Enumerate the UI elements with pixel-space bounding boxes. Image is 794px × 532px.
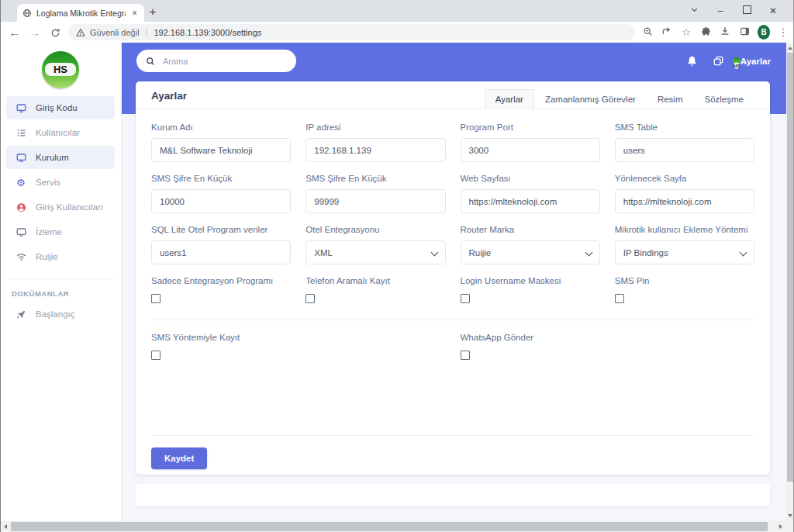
- sms-ifre-en-k-k-input[interactable]: [306, 189, 445, 213]
- kurum-ad-input[interactable]: [151, 138, 291, 162]
- form-group-sms-y-ntemiyle-kay-t: SMS Yöntemiyle Kayıt: [151, 333, 291, 363]
- windows-stack-icon[interactable]: [713, 55, 724, 67]
- tab-ayarlar[interactable]: Ayarlar: [485, 89, 534, 109]
- tab-s-zle-me[interactable]: Sözleşme: [694, 89, 755, 109]
- program-port-input[interactable]: [461, 138, 600, 162]
- whatsapp-g-nder-checkbox[interactable]: [461, 351, 470, 360]
- sadece-entegrasyon-program-checkbox[interactable]: [151, 294, 161, 303]
- y-nlenecek-sayfa-input[interactable]: [615, 189, 754, 213]
- sidebar-item-ba-lang[interactable]: Başlangıç: [6, 302, 115, 326]
- side-panel-icon[interactable]: [738, 26, 751, 40]
- tab-zamanlanm-g-revler[interactable]: Zamanlanmış Görevler: [534, 89, 647, 109]
- scroll-down-arrow[interactable]: [788, 514, 792, 517]
- field-label: SMS Table: [615, 123, 754, 132]
- selected-value: Ruijie: [469, 248, 492, 257]
- window-restore-down-icon[interactable]: [681, 0, 707, 22]
- horizontal-scroll-thumb[interactable]: [11, 522, 768, 531]
- field-label: Sadece Entegrasyon Programı: [151, 276, 291, 285]
- zoom-icon[interactable]: [641, 26, 654, 40]
- field-label: SMS Şifre En Küçük: [151, 174, 291, 183]
- sidebar-divider: [8, 278, 113, 279]
- web-sayfas-input[interactable]: [461, 189, 600, 213]
- form-divider: [151, 320, 754, 320]
- otel-entegrasyonu-select[interactable]: XML: [306, 240, 445, 264]
- sidebar-item-servis[interactable]: ⚙Servis: [6, 171, 115, 194]
- form-group-ip-adresi: IP adresi: [306, 123, 445, 162]
- sidebar-item-label: İzleme: [36, 227, 62, 237]
- bookmark-star-icon[interactable]: ☆: [680, 26, 692, 38]
- tab-close-icon[interactable]: ×: [130, 8, 139, 19]
- sms-ifre-en-k-k-input[interactable]: [151, 189, 291, 213]
- forward-button[interactable]: →: [25, 26, 45, 39]
- settings-card: Ayarlar AyarlarZamanlanmış GörevlerResim…: [136, 81, 770, 475]
- form-group-whatsapp-g-nder: WhatsApp Gönder: [461, 333, 600, 363]
- share-icon[interactable]: [661, 26, 673, 40]
- sidebar-item-giri-kodu[interactable]: Giriş Kodu: [6, 96, 115, 119]
- ip-adresi-input[interactable]: [306, 138, 445, 162]
- tab-title: Loglama Mikrotik Entegrasyon Gi: [36, 9, 126, 18]
- form-group-web-sayfas: Web Sayfası: [461, 174, 600, 213]
- main-area: HS Ayarlar Ayarlar AyarlarZamanlanmış Gö…: [121, 43, 786, 521]
- selected-value: XML: [314, 248, 333, 257]
- user-menu[interactable]: HS Ayarlar: [739, 57, 771, 66]
- search-input[interactable]: [161, 56, 257, 67]
- horizontal-scrollbar[interactable]: [0, 521, 786, 532]
- save-button[interactable]: Kaydet: [151, 447, 207, 469]
- sidebar-item-label: Giriş Kodu: [36, 103, 78, 112]
- vertical-scroll-thumb[interactable]: [787, 53, 793, 482]
- url-text: 192.168.1.139:3000/settings: [154, 28, 261, 37]
- sidebar-item-ruijie[interactable]: Ruijie: [6, 245, 115, 268]
- browser-toolbar: ← → Güvenli değil | 192.168.1.139:3000/s…: [0, 22, 794, 43]
- sidebar: HS Giriş KoduKullanıcılarKurulum⚙ServisG…: [0, 43, 122, 521]
- monitor-icon: [16, 227, 27, 237]
- extensions-puzzle-icon[interactable]: [699, 26, 712, 40]
- field-label: Otel Entegrasyonu: [306, 225, 445, 234]
- wifi-icon: [16, 252, 27, 262]
- form-row: SMS Yöntemiyle KayıtWhatsApp Gönder: [151, 333, 754, 375]
- tab-resim[interactable]: Resim: [647, 89, 694, 109]
- field-label: Web Sayfası: [461, 174, 600, 183]
- card-header: Ayarlar AyarlarZamanlanmış GörevlerResim…: [136, 81, 770, 109]
- search-box[interactable]: [136, 50, 296, 72]
- browser-menu-icon[interactable]: ⋮: [777, 26, 789, 38]
- browser-tab[interactable]: Loglama Mikrotik Entegrasyon Gi ×: [17, 4, 144, 22]
- sql-lite-otel-program-veriler-input[interactable]: [151, 240, 291, 264]
- field-label: Router Marka: [461, 225, 600, 234]
- scroll-left-arrow[interactable]: [4, 524, 7, 529]
- form-row: Sadece Entegrasyon ProgramıTelefon Arama…: [151, 276, 754, 318]
- telefon-aramal-kay-t-checkbox[interactable]: [306, 294, 315, 303]
- sidebar-item-kurulum[interactable]: Kurulum: [6, 146, 115, 169]
- field-label: SQL Lite Otel Program veriler: [151, 225, 291, 234]
- sms-table-input[interactable]: [615, 138, 754, 162]
- window-close-button[interactable]: ✕: [760, 0, 786, 22]
- sidebar-item-i-zleme[interactable]: İzleme: [6, 220, 115, 244]
- chevron-down-icon: [430, 249, 438, 257]
- sms-y-ntemiyle-kay-t-checkbox[interactable]: [151, 351, 161, 360]
- window-maximize-button[interactable]: [734, 0, 760, 22]
- sidebar-nav: Giriş KoduKullanıcılarKurulum⚙ServisGiri…: [0, 96, 121, 268]
- sidebar-item-label: Başlangıç: [36, 309, 75, 319]
- sms-pin-checkbox[interactable]: [615, 294, 624, 303]
- login-username-maskesi-checkbox[interactable]: [461, 294, 470, 303]
- sidebar-docs-nav: Başlangıç: [0, 302, 121, 326]
- download-icon[interactable]: [719, 26, 731, 40]
- sidebar-item-giri-kullan-c-lar[interactable]: Giriş Kullanıcıları: [6, 195, 115, 219]
- field-label: Program Port: [461, 123, 600, 132]
- reload-icon[interactable]: [45, 26, 65, 39]
- browser-profile-avatar[interactable]: B: [758, 25, 770, 40]
- back-button[interactable]: ←: [5, 26, 25, 39]
- window-minimize-button[interactable]: –: [707, 0, 734, 22]
- scroll-right-arrow[interactable]: [779, 524, 782, 529]
- new-tab-button[interactable]: +: [144, 3, 161, 20]
- sidebar-item-kullan-c-lar[interactable]: Kullanıcılar: [6, 121, 115, 144]
- mikrotik-kullan-c-ekleme-y-ntemi-select[interactable]: IP Bindings: [615, 240, 754, 264]
- form-spacer: [151, 375, 754, 435]
- favicon-globe-icon: [22, 9, 32, 18]
- field-label: Yönlenecek Sayfa: [615, 174, 754, 183]
- router-marka-select[interactable]: Ruijie: [461, 240, 600, 264]
- notifications-bell-icon[interactable]: [686, 55, 698, 67]
- selected-value: IP Bindings: [623, 248, 668, 257]
- address-bar[interactable]: Güvenli değil | 192.168.1.139:3000/setti…: [68, 24, 635, 40]
- scroll-up-arrow[interactable]: [788, 47, 792, 50]
- tab-bar: AyarlarZamanlanmış GörevlerResimSözleşme: [485, 89, 754, 109]
